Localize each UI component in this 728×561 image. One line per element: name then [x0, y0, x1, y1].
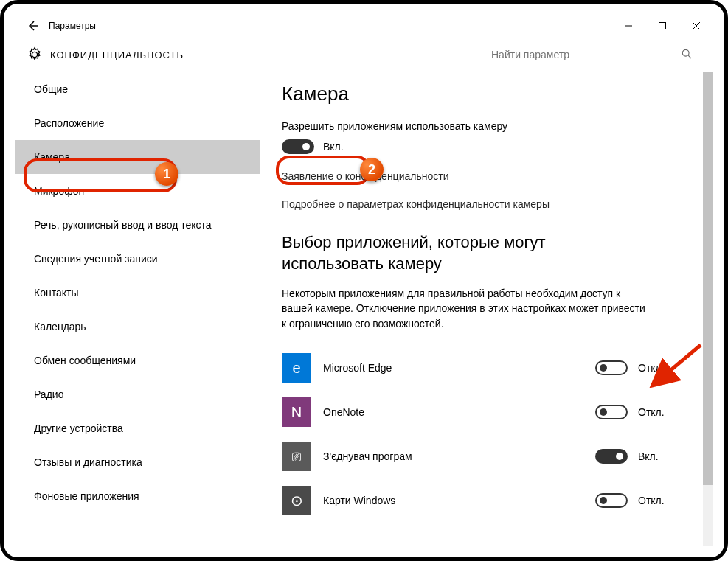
header: КОНФИДЕНЦИАЛЬНОСТЬ	[15, 37, 713, 72]
app-item: eMicrosoft EdgeОткл.	[282, 346, 684, 390]
sidebar: ОбщиеРасположениеКамераМикрофонРечь, рук…	[15, 72, 260, 546]
app-icon: N	[282, 397, 311, 427]
arrow-left-icon	[27, 20, 38, 32]
gear-icon	[25, 45, 44, 64]
sidebar-item-label: Общие	[34, 83, 68, 95]
search-input[interactable]	[491, 49, 682, 60]
app-toggle[interactable]	[595, 405, 628, 419]
app-item: ⎚З'єднувач програмВкл.	[282, 434, 684, 478]
body: ОбщиеРасположениеКамераМикрофонРечь, рук…	[15, 72, 713, 546]
app-icon: e	[282, 353, 311, 383]
app-toggle-label: Откл.	[638, 495, 665, 506]
header-title: КОНФИДЕНЦИАЛЬНОСТЬ	[50, 49, 184, 60]
app-toggle-wrap: Вкл.	[595, 449, 684, 464]
sidebar-item-label: Контакты	[34, 287, 78, 299]
app-name: З'єднувач програм	[323, 450, 595, 462]
sidebar-item[interactable]: Календарь	[15, 310, 260, 344]
privacy-statement-link[interactable]: Заявление о конфиденциальности	[282, 170, 684, 182]
sidebar-item[interactable]: Фоновые приложения	[15, 479, 260, 513]
sidebar-item-label: Фоновые приложения	[34, 490, 139, 502]
sidebar-item-label: Микрофон	[34, 185, 84, 197]
sidebar-item-label: Календарь	[34, 321, 86, 332]
sidebar-item[interactable]: Камера	[15, 140, 260, 174]
scrollbar[interactable]	[703, 72, 713, 546]
app-toggle-wrap: Откл.	[595, 493, 684, 508]
section-title: Выбор приложений, которые могут использо…	[282, 232, 651, 274]
app-item: NOneNoteОткл.	[282, 390, 684, 434]
back-button[interactable]	[22, 15, 43, 37]
app-name: Карти Windows	[323, 495, 595, 506]
allow-caption: Разрешить приложениям использовать камер…	[282, 120, 684, 132]
sidebar-item-label: Камера	[34, 151, 70, 163]
more-info-link[interactable]: Подробнее о параметрах конфиденциальност…	[282, 198, 684, 210]
app-list: eMicrosoft EdgeОткл.NOneNoteОткл.⎚З'єдну…	[282, 346, 684, 523]
app-name: OneNote	[323, 406, 595, 418]
window-controls	[611, 15, 713, 37]
app-toggle-label: Откл.	[638, 406, 665, 418]
master-toggle-label: Вкл.	[323, 141, 344, 153]
master-toggle[interactable]	[282, 139, 314, 154]
sidebar-item[interactable]: Радио	[15, 377, 260, 411]
app-icon: ⊙	[282, 486, 311, 515]
app-toggle-label: Вкл.	[638, 450, 659, 462]
app-toggle[interactable]	[595, 449, 628, 464]
window-title: Параметры	[49, 21, 96, 31]
sidebar-item-label: Обмен сообщениями	[34, 355, 136, 366]
app-toggle-label: Откл.	[638, 362, 665, 374]
svg-point-4	[682, 49, 689, 56]
sidebar-item[interactable]: Расположение	[15, 106, 260, 140]
app-toggle[interactable]	[595, 493, 628, 508]
app-toggle[interactable]	[595, 360, 628, 375]
app-frame: Параметры КОНФИДЕНЦИАЛЬНОСТЬ ОбщиеРаспол	[0, 0, 728, 561]
app-toggle-wrap: Откл.	[595, 405, 684, 419]
sidebar-item-label: Сведения учетной записи	[34, 253, 158, 265]
app-icon: ⎚	[282, 442, 311, 471]
settings-window: Параметры КОНФИДЕНЦИАЛЬНОСТЬ ОбщиеРаспол	[15, 15, 713, 546]
search-box[interactable]	[485, 43, 698, 66]
main-content: Камера Разрешить приложениям использоват…	[260, 72, 713, 546]
sidebar-item[interactable]: Микрофон	[15, 174, 260, 208]
page-title: Камера	[282, 83, 684, 105]
sidebar-item[interactable]: Другие устройства	[15, 411, 260, 445]
sidebar-item[interactable]: Речь, рукописный ввод и ввод текста	[15, 208, 260, 242]
app-toggle-wrap: Откл.	[595, 360, 684, 375]
sidebar-item[interactable]: Обмен сообщениями	[15, 344, 260, 377]
sidebar-item-label: Расположение	[34, 117, 104, 129]
app-name: Microsoft Edge	[323, 362, 595, 374]
sidebar-item[interactable]: Сведения учетной записи	[15, 242, 260, 276]
sidebar-item[interactable]: Контакты	[15, 276, 260, 310]
maximize-button[interactable]	[645, 15, 679, 37]
scrollbar-thumb[interactable]	[703, 72, 713, 485]
close-button[interactable]	[679, 15, 713, 37]
titlebar: Параметры	[15, 15, 713, 37]
minimize-button[interactable]	[611, 15, 645, 37]
master-toggle-row: Вкл.	[282, 139, 684, 154]
svg-rect-1	[659, 23, 666, 29]
sidebar-item[interactable]: Общие	[15, 72, 260, 106]
sidebar-item[interactable]: Отзывы и диагностика	[15, 445, 260, 479]
svg-line-5	[688, 55, 691, 58]
sidebar-item-label: Отзывы и диагностика	[34, 456, 142, 468]
app-item: ⊙Карти WindowsОткл.	[282, 478, 684, 523]
sidebar-item-label: Речь, рукописный ввод и ввод текста	[34, 219, 212, 231]
sidebar-item-label: Радио	[34, 388, 63, 400]
search-icon	[682, 49, 692, 61]
sidebar-item-label: Другие устройства	[34, 422, 123, 434]
section-desc: Некоторым приложениям для правильной раб…	[282, 286, 651, 331]
